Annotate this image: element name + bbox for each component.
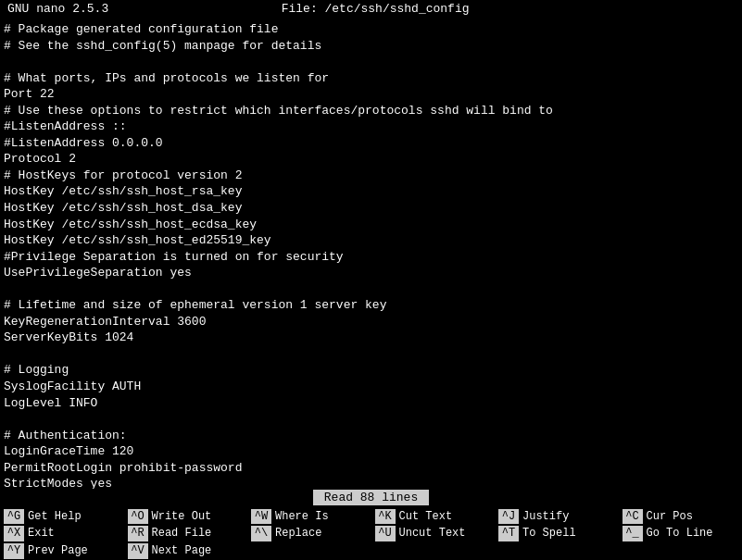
shortcut-label: Uncut Text <box>399 526 466 541</box>
shortcut-item: ^\Replace <box>247 525 371 542</box>
status-message: Read 88 lines <box>313 490 429 505</box>
shortcut-label: Go To Line <box>647 526 713 541</box>
title-bar: GNU nano 2.5.3 File: /etc/ssh/sshd_confi… <box>0 0 742 18</box>
shortcut-item: ^CCur Pos <box>619 508 743 526</box>
shortcut-key: ^C <box>623 509 643 525</box>
nano-editor: GNU nano 2.5.3 File: /etc/ssh/sshd_confi… <box>0 0 742 560</box>
shortcut-key: ^O <box>128 509 148 525</box>
shortcut-key: ^X <box>4 526 24 541</box>
shortcut-item: ^JJustify <box>495 508 619 526</box>
shortcut-item: ^_Go To Line <box>619 525 743 542</box>
shortcut-key: ^G <box>4 509 24 525</box>
shortcut-item: ^OWrite Out <box>124 508 248 526</box>
shortcut-label: Justify <box>522 509 569 525</box>
shortcut-key: ^J <box>498 509 519 525</box>
shortcut-key: ^K <box>375 509 396 525</box>
editor-content[interactable]: # Package generated configuration file #… <box>0 18 742 489</box>
shortcut-label: Prev Page <box>28 543 88 559</box>
shortcut-key: ^_ <box>623 526 643 541</box>
shortcut-label: Get Help <box>28 509 82 525</box>
shortcut-item: ^RRead File <box>124 525 248 542</box>
shortcut-item: ^KCut Text <box>371 508 496 526</box>
shortcut-label: Read File <box>152 526 212 541</box>
file-title: File: /etc/ssh/sshd_config <box>108 2 642 16</box>
shortcut-key: ^W <box>251 509 271 525</box>
shortcut-label: Where Is <box>275 509 329 525</box>
shortcut-key: ^\ <box>251 526 271 541</box>
shortcut-item: ^YPrev Page <box>0 542 124 560</box>
shortcut-key: ^V <box>128 543 148 559</box>
shortcut-item: ^TTo Spell <box>495 525 619 542</box>
shortcut-item: ^VNext Page <box>124 542 248 560</box>
shortcut-key: ^T <box>498 526 519 541</box>
shortcut-label: Cut Text <box>399 509 453 525</box>
app-name: GNU nano 2.5.3 <box>7 2 108 16</box>
shortcut-label: Exit <box>28 526 55 541</box>
shortcut-key: ^R <box>128 526 148 541</box>
shortcut-item: ^GGet Help <box>0 508 124 526</box>
shortcut-item: ^UUncut Text <box>371 525 496 542</box>
shortcut-bar: ^GGet Help^OWrite Out^WWhere Is^KCut Tex… <box>0 506 742 560</box>
shortcut-item: ^WWhere Is <box>247 508 371 526</box>
shortcut-label: Write Out <box>152 509 212 525</box>
shortcut-label: Next Page <box>152 543 212 559</box>
shortcut-label: Cur Pos <box>647 509 693 525</box>
shortcut-key: ^U <box>375 526 396 541</box>
shortcut-label: Replace <box>275 526 321 541</box>
status-bar: Read 88 lines <box>0 489 742 506</box>
shortcut-label: To Spell <box>522 526 576 541</box>
shortcut-key: ^Y <box>4 543 24 559</box>
shortcut-item: ^XExit <box>0 525 124 542</box>
